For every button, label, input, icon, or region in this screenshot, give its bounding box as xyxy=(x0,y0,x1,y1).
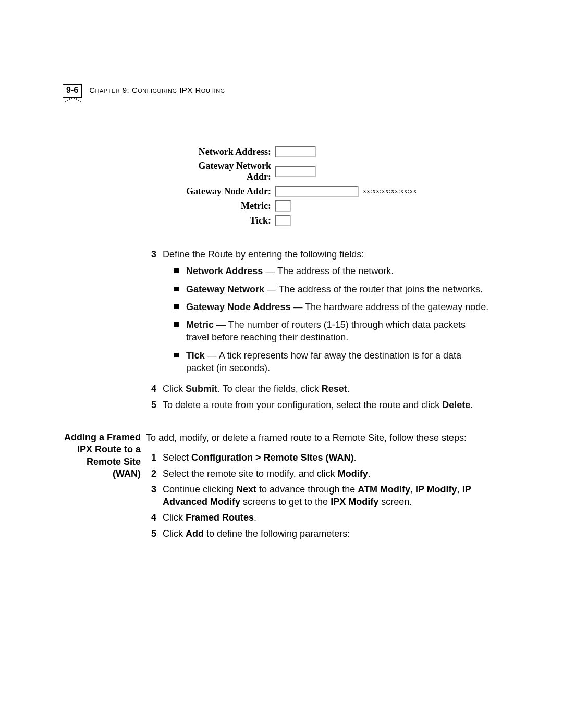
svg-point-4 xyxy=(74,98,75,99)
step-text: Select Configuration > Remote Sites (WAN… xyxy=(163,451,490,464)
step-text: To delete a route from your configuratio… xyxy=(163,399,490,411)
step-number: 4 xyxy=(146,382,156,395)
chapter-title: Chapter 9: Configuring IPX Routing xyxy=(89,85,225,94)
tick-field[interactable] xyxy=(275,215,291,226)
step-text: Click Add to define the following parame… xyxy=(163,527,490,540)
bullet-text: Network Address — The address of the net… xyxy=(186,265,490,277)
step-number: 2 xyxy=(146,467,156,480)
bullet-text: Gateway Network — The address of the rou… xyxy=(186,283,490,295)
instructions-block-a: 3 Define the Route by entering the follo… xyxy=(146,248,490,414)
step-text: Click Submit. To clear the fields, click… xyxy=(163,382,490,395)
page-header: 9-6 Chapter 9: Configuring IPX Routing xyxy=(63,84,225,105)
step-number: 4 xyxy=(146,511,156,524)
network-address-label: Network Address: xyxy=(177,146,271,157)
section-intro: To add, modify, or delete a framed route… xyxy=(146,431,490,444)
route-form: Network Address: Gateway Network Addr: G… xyxy=(177,146,417,229)
step-text: Define the Route by entering the followi… xyxy=(163,249,364,260)
step-number: 5 xyxy=(146,527,156,540)
decorative-dots-icon xyxy=(64,95,225,105)
metric-label: Metric: xyxy=(177,201,271,212)
bullet-icon xyxy=(174,287,179,291)
step-number: 3 xyxy=(146,248,156,379)
step-number: 1 xyxy=(146,451,156,464)
bullet-icon xyxy=(174,268,179,273)
metric-field[interactable] xyxy=(275,200,291,212)
gateway-network-label: Gateway Network Addr: xyxy=(177,161,271,182)
bullet-text: Gateway Node Address — The hardware addr… xyxy=(186,301,490,313)
svg-point-1 xyxy=(67,100,68,101)
instructions-block-b: To add, modify, or delete a framed route… xyxy=(146,431,490,543)
step-number: 3 xyxy=(146,483,156,509)
bullet-text: Metric — The number of routers (1-15) th… xyxy=(186,318,490,344)
section-title: Adding a Framed IPX Route to a Remote Si… xyxy=(57,431,141,480)
bullet-icon xyxy=(174,353,179,357)
svg-point-2 xyxy=(69,98,70,100)
step-text: Select the remote site to modify, and cl… xyxy=(163,467,490,480)
gateway-node-hint: xx:xx:xx:xx:xx:xx xyxy=(363,187,417,195)
step-text: Click Framed Routes. xyxy=(163,511,490,524)
svg-point-5 xyxy=(76,98,77,100)
bullet-icon xyxy=(174,304,179,309)
svg-point-3 xyxy=(71,98,72,99)
tick-label: Tick: xyxy=(177,215,271,226)
gateway-node-label: Gateway Node Addr: xyxy=(177,186,271,197)
bullet-icon xyxy=(174,322,179,327)
svg-point-0 xyxy=(65,101,66,102)
gateway-node-field[interactable] xyxy=(275,186,359,197)
network-address-field[interactable] xyxy=(275,146,316,157)
svg-point-6 xyxy=(78,100,79,101)
bullet-text: Tick — A tick represents how far away th… xyxy=(186,349,490,375)
step-text: Continue clicking Next to advance throug… xyxy=(163,483,490,509)
svg-point-7 xyxy=(80,101,81,102)
step-number: 5 xyxy=(146,399,156,411)
gateway-network-field[interactable] xyxy=(275,166,316,177)
